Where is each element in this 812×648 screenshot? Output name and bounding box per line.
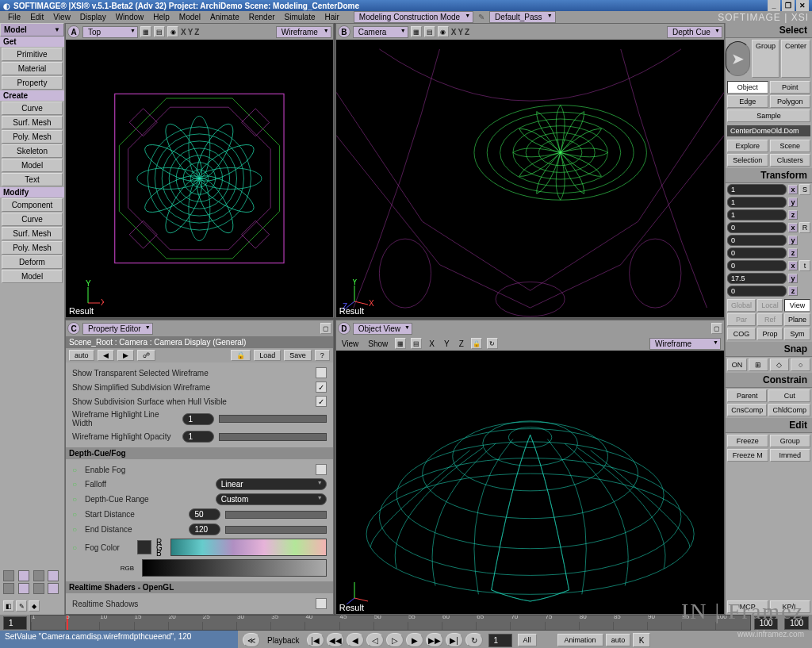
prop-slider[interactable]: [219, 415, 326, 423]
all-button[interactable]: All: [518, 634, 537, 646]
eye-icon[interactable]: ◉: [438, 26, 449, 37]
next-frame-button[interactable]: ▶▶: [426, 633, 443, 647]
selected-object-name[interactable]: CenterDomeOld.Dom: [727, 125, 810, 136]
axis-z[interactable]: z: [788, 210, 798, 220]
step-fwd-button[interactable]: ▶: [406, 633, 423, 647]
freeze-m-button[interactable]: Freeze M: [727, 449, 768, 462]
viewport-letter-d[interactable]: D: [338, 322, 350, 335]
tool-material[interactable]: Material: [2, 62, 63, 75]
snap-icon[interactable]: ○: [791, 359, 810, 371]
cog-button[interactable]: COG: [727, 328, 756, 340]
tool-skeleton[interactable]: Skeleton: [2, 144, 63, 158]
camera-icon[interactable]: ▦: [411, 26, 422, 37]
snap-icon[interactable]: ⊞: [749, 359, 768, 371]
refresh-icon[interactable]: ↻: [487, 338, 498, 349]
auto-button[interactable]: auto: [69, 350, 94, 361]
tool-curve[interactable]: Curve: [2, 102, 63, 115]
axis-y[interactable]: y: [788, 197, 798, 207]
viewport-d-canvas[interactable]: Result: [336, 351, 724, 614]
close-button[interactable]: ✕: [796, 0, 809, 11]
tool-surf--mesh[interactable]: Surf. Mesh: [2, 227, 63, 240]
prev-button[interactable]: ◀: [98, 350, 114, 361]
maximize-icon[interactable]: ▢: [711, 323, 722, 334]
view-button[interactable]: View: [784, 299, 810, 312]
tool-component[interactable]: Component: [2, 198, 63, 212]
viewport-layout-picker[interactable]: [0, 567, 64, 597]
menu-edit[interactable]: Edit: [25, 11, 48, 23]
xform-sy[interactable]: 1: [727, 197, 787, 208]
ref-button[interactable]: Ref: [757, 313, 783, 326]
animation-button[interactable]: Animation: [557, 634, 603, 646]
xform-rx[interactable]: 0: [727, 222, 787, 233]
rgb-ramp[interactable]: [142, 559, 327, 577]
par-button[interactable]: Par: [727, 313, 756, 326]
lock-icon[interactable]: 🔒: [471, 338, 482, 349]
xform-ty[interactable]: 17.5: [727, 273, 787, 284]
xform-tz[interactable]: 0: [727, 286, 787, 297]
load-button[interactable]: Load: [254, 350, 281, 361]
show-menu[interactable]: Show: [366, 339, 390, 348]
clusters-button[interactable]: Clusters: [770, 154, 811, 167]
camera-icon[interactable]: ▤: [154, 26, 165, 37]
timeline-ruler[interactable]: 1510152025303540455055606570758085909510…: [30, 615, 751, 631]
play-back-button[interactable]: ◁: [366, 633, 384, 647]
prop-value-field[interactable]: 1: [182, 431, 214, 443]
link-icon[interactable]: ☍: [137, 350, 155, 361]
restore-button[interactable]: ❐: [782, 0, 795, 11]
tool-icon[interactable]: ◧: [3, 600, 14, 612]
prop-value-field[interactable]: 1: [182, 413, 214, 425]
global-button[interactable]: Global: [727, 299, 756, 312]
point-button[interactable]: Point: [770, 81, 811, 94]
sample-button[interactable]: Sample: [727, 109, 810, 122]
xform-ry[interactable]: 0: [727, 235, 787, 246]
camera-icon[interactable]: ▤: [424, 26, 435, 37]
help-icon[interactable]: ?: [315, 350, 330, 361]
viewport-b-view-dropdown[interactable]: Camera: [353, 26, 408, 38]
menu-render[interactable]: Render: [244, 11, 280, 23]
menu-simulate[interactable]: Simulate: [280, 11, 320, 23]
fog-color-swatch[interactable]: [137, 540, 151, 554]
tool-icon[interactable]: ✎: [16, 600, 27, 612]
xform-tx[interactable]: 0: [727, 260, 787, 271]
tool-text[interactable]: Text: [2, 173, 63, 186]
viewport-d-mode-dropdown[interactable]: Wireframe: [649, 338, 721, 350]
view-menu[interactable]: View: [339, 339, 362, 348]
tool-poly--mesh[interactable]: Poly. Mesh: [2, 130, 63, 144]
current-frame-field[interactable]: 1: [488, 634, 512, 647]
xform-sx[interactable]: 1: [727, 184, 787, 195]
tool-poly--mesh[interactable]: Poly. Mesh: [2, 241, 63, 255]
play-button[interactable]: ▷: [386, 633, 404, 647]
sym-button[interactable]: Sym: [784, 328, 810, 340]
enable-fog-checkbox[interactable]: [316, 464, 327, 475]
construction-mode-dropdown[interactable]: Modeling Construction Mode: [354, 11, 473, 23]
tool-icon[interactable]: ▤: [411, 338, 422, 349]
depth-cue-section[interactable]: Depth-Cue/Fog: [66, 447, 333, 459]
viewport-letter-c[interactable]: C: [67, 322, 80, 335]
menu-help[interactable]: Help: [148, 11, 174, 23]
prop-slider[interactable]: [219, 433, 326, 441]
xform-s-icon[interactable]: S: [799, 184, 810, 195]
loop-button[interactable]: ↻: [465, 633, 483, 647]
prop-checkbox[interactable]: [316, 382, 327, 393]
viewport-letter-b[interactable]: B: [338, 25, 350, 38]
model-module-header[interactable]: Model▼: [0, 23, 64, 36]
prop-checkbox[interactable]: [316, 396, 327, 407]
scene-button[interactable]: Scene: [770, 140, 811, 152]
local-button[interactable]: Local: [757, 299, 783, 312]
timeline-start-field[interactable]: 1: [3, 616, 27, 630]
end-distance-field[interactable]: 120: [189, 523, 220, 535]
property-editor-dropdown[interactable]: Property Editor: [82, 323, 153, 335]
tool-primitive[interactable]: Primitive: [2, 48, 63, 61]
maximize-icon[interactable]: ▢: [320, 323, 331, 334]
explore-button[interactable]: Explore: [727, 140, 768, 152]
viewport-a-view-dropdown[interactable]: Top: [82, 26, 138, 38]
menu-file[interactable]: File: [3, 11, 25, 23]
start-distance-field[interactable]: 50: [189, 508, 220, 520]
group-button[interactable]: Group: [752, 40, 779, 78]
prop-button[interactable]: Prop: [757, 328, 783, 340]
axis-y[interactable]: y: [788, 236, 798, 245]
xform-t-icon[interactable]: t: [799, 260, 810, 271]
axis-x[interactable]: x: [788, 261, 798, 270]
tool-model[interactable]: Model: [2, 270, 63, 283]
object-view-dropdown[interactable]: Object View: [353, 323, 412, 335]
